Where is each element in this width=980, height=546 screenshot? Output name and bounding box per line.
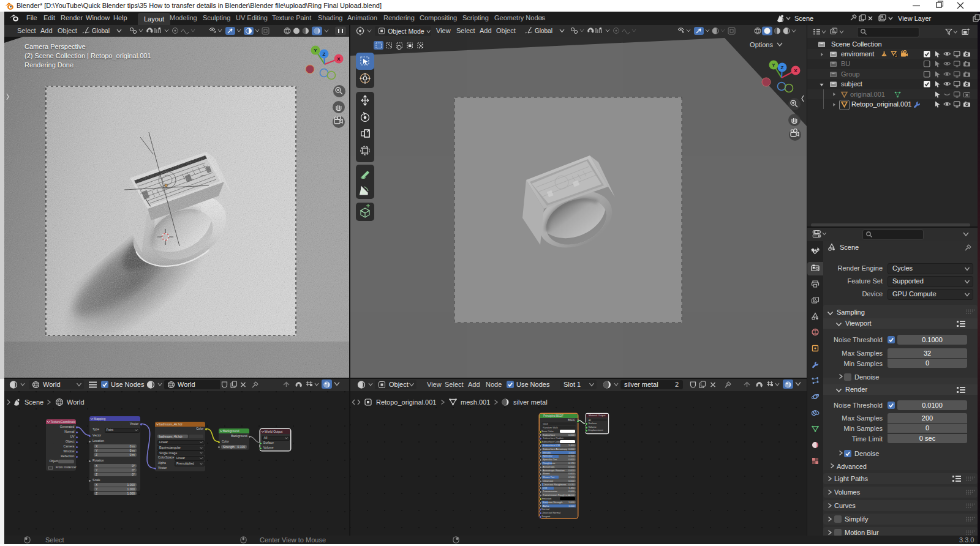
svg-text:Y: Y: [314, 48, 317, 53]
svg-text:Z: Z: [781, 65, 784, 70]
svg-text:Global: Global: [92, 28, 110, 34]
svg-text:Y: Y: [772, 62, 775, 68]
svg-text:Global: Global: [535, 28, 552, 34]
svg-text:X: X: [337, 56, 341, 62]
svg-text:Z: Z: [323, 51, 326, 57]
svg-text:X: X: [794, 68, 797, 73]
svg-text:Options: Options: [750, 41, 773, 48]
